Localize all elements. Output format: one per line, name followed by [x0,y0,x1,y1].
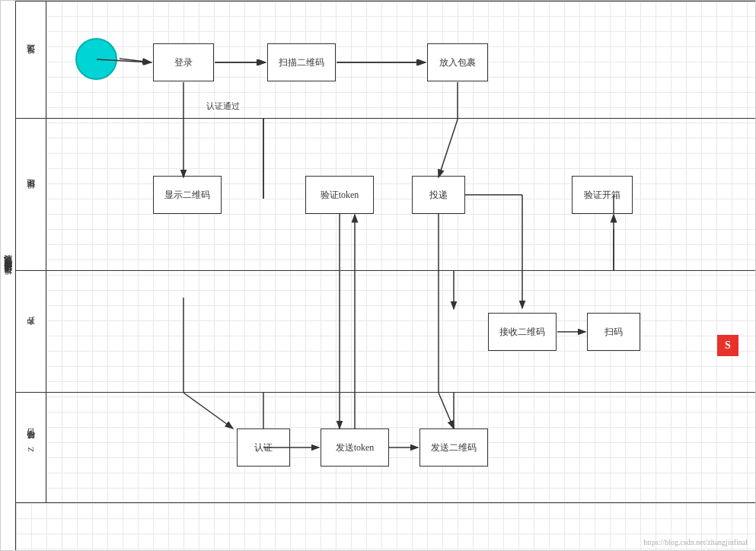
process-scan-qr: 扫描二维码 [267,43,336,81]
lane-customer-label: 客户 [16,271,46,392]
diagram-title-text: 投递员使用投递箱给收件人快递包裹 [2,269,14,282]
watermark: https://blog.csdn.net/zhangjinfinal [643,538,748,546]
process-put-package: 放入包裹 [427,43,488,81]
lane-locker-label: 投递柜 [16,119,46,270]
process-receive-qr: 接收二维码 [488,313,557,351]
process-login: 登录 [153,43,214,81]
process-verify-open: 验证开箱 [572,176,633,214]
lane-customer-content: 接收二维码 扫码 [46,271,755,392]
lane-platform-content: 认证 发送token 发送二维码 [46,393,755,502]
auth-pass-label: 认证通过 [206,100,240,112]
lane-courier-label: 投递员 [16,2,46,118]
main-diagram: 投递员使用投递箱给收件人快递包裹 投递员 登录 扫描二维码 [0,0,756,551]
lane-locker: 投递柜 显示二维码 验证token 投递 验证开箱 [16,119,755,271]
csdn-badge: S [717,335,738,356]
lane-locker-label-text: 投递柜 [25,193,37,196]
diagram-vertical-title: 投递员使用投递箱给收件人快递包裹 [1,1,16,550]
process-send-qr: 发送二维码 [419,428,488,467]
lane-courier-label-text: 投递员 [25,59,37,61]
process-verify-token: 验证token [305,176,374,214]
process-scan: 扫码 [587,313,640,351]
lane-courier: 投递员 登录 扫描二维码 放入包裹 [16,1,755,119]
svg-line-1 [120,59,152,62]
process-send-token: 发送token [321,428,389,467]
process-auth: 认证 [237,428,290,467]
lane-platform: Z移动平台 认证 发送token 发送二维码 [16,393,755,503]
process-show-qr: 显示二维码 [153,176,222,214]
lane-platform-label: Z移动平台 [16,393,46,502]
lane-courier-content: 登录 扫描二维码 放入包裹 [46,2,755,118]
lane-locker-content: 显示二维码 验证token 投递 验证开箱 [46,119,755,270]
lane-customer-label-text: 客户 [25,331,37,333]
lane-platform-label-text: Z移动平台 [25,443,37,452]
lane-customer: 客户 接收二维码 扫码 [16,271,755,393]
process-deliver: 投递 [412,176,465,214]
start-circle [75,38,117,80]
